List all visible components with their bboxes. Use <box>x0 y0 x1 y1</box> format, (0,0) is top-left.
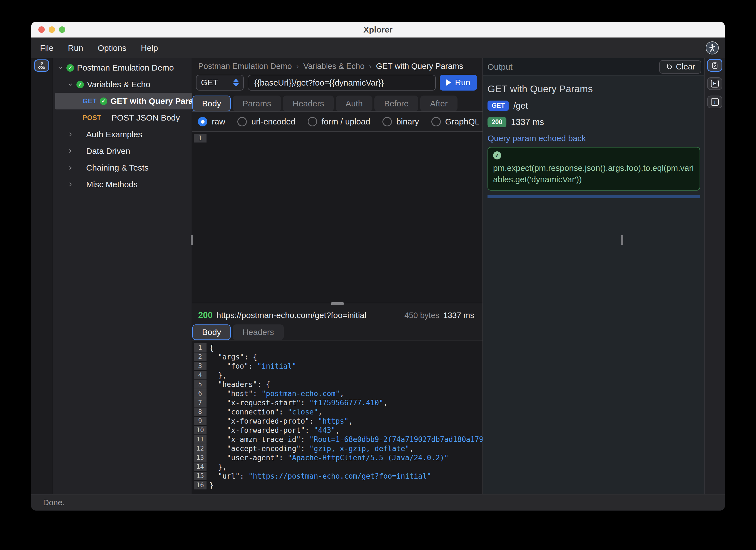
request-tabs: BodyParamsHeadersAuthBeforeAfter <box>192 93 483 112</box>
sidebar-splitter-grip[interactable] <box>191 235 193 245</box>
sidebar-item-request[interactable]: GET✓GET with Query Params <box>55 93 192 110</box>
code-line: 7 "x-request-start": "t1759566777.410", <box>192 398 483 407</box>
main-area: ✓Postman Emulation Demo✓Variables & Echo… <box>31 58 725 494</box>
chevron-down-icon[interactable] <box>67 81 74 88</box>
menu-item-options[interactable]: Options <box>98 43 126 53</box>
breadcrumb-segment[interactable]: Postman Emulation Demo <box>198 62 292 71</box>
tab-params[interactable]: Params <box>233 96 281 111</box>
refresh-icon <box>665 63 673 71</box>
sidebar-item-folder[interactable]: Chaining & Tests <box>53 160 192 176</box>
body-mode-graphql[interactable]: GraphQL <box>431 117 479 126</box>
response-size: 450 bytes <box>404 311 439 320</box>
code-text: { <box>209 343 214 352</box>
breadcrumb-segment[interactable]: Variables & Echo <box>303 62 364 71</box>
response-tab-body[interactable]: Body <box>192 324 231 340</box>
body-mode-form-upload[interactable]: form / upload <box>308 117 370 126</box>
breadcrumb-separator-icon: › <box>369 62 372 71</box>
sidebar-item-folder[interactable]: Misc Methods <box>53 176 192 193</box>
line-number: 2 <box>194 352 207 361</box>
code-text: "foo": "initial" <box>209 362 296 370</box>
sidebar-item-label: GET with Query Params <box>110 96 192 106</box>
method-label: GET <box>83 97 98 105</box>
code-line: 10 "x-forwarded-port": "443", <box>192 425 483 435</box>
output-method-row: GET /get <box>488 101 700 111</box>
splitter-grip[interactable] <box>331 302 344 305</box>
test-name-link[interactable]: Query param echoed back <box>488 134 700 143</box>
right-rail: E ↓ <box>705 58 725 494</box>
line-number: 16 <box>194 481 207 489</box>
chevron-right-icon[interactable] <box>67 148 74 155</box>
minimize-window-button[interactable] <box>49 26 55 33</box>
code-line: 5 "headers": { <box>192 380 483 389</box>
download-icon: ↓ <box>711 98 719 106</box>
url-input[interactable]: {{baseUrl}}/get?foo={{dynamicVar}} <box>248 75 436 91</box>
tab-headers[interactable]: Headers <box>283 96 334 111</box>
sidebar-item-folder[interactable]: Auth Examples <box>53 126 192 143</box>
code-line: 13 "user-agent": "Apache-HttpClient/5.5 … <box>192 453 483 462</box>
sidebar-item-folder[interactable]: Data Driven <box>53 143 192 160</box>
response-body[interactable]: 1{2 "args": {3 "foo": "initial"4 },5 "he… <box>192 340 483 494</box>
horizontal-splitter[interactable] <box>192 303 483 306</box>
menu-item-run[interactable]: Run <box>68 43 83 53</box>
import-button[interactable]: ↓ <box>707 96 722 108</box>
run-label: Run <box>455 78 470 87</box>
avatar[interactable] <box>706 41 719 54</box>
sidebar-item-label: Misc Methods <box>86 180 138 189</box>
check-circle-icon: ✓ <box>100 98 107 105</box>
breadcrumb-segment[interactable]: GET with Query Params <box>376 62 463 71</box>
chevron-right-icon[interactable] <box>67 131 74 138</box>
method-stepper-icon[interactable] <box>233 79 239 87</box>
radio-label: url-encoded <box>251 117 295 126</box>
tab-body[interactable]: Body <box>192 96 231 111</box>
body-mode-url-encoded[interactable]: url-encoded <box>237 117 295 126</box>
output-panel: Output Clear GET with Query Params GET /… <box>483 58 705 494</box>
code-text: }, <box>209 463 227 471</box>
sidebar-item-collection[interactable]: ✓Postman Emulation Demo <box>53 59 192 76</box>
assertion-text: pm.expect(pm.response.json().args.foo).t… <box>493 162 695 185</box>
line-number: 1 <box>194 343 207 352</box>
status-badge: 200 <box>488 117 506 127</box>
line-number: 8 <box>194 407 207 416</box>
assertion-result-box: ✓ pm.expect(pm.response.json().args.foo)… <box>488 147 700 191</box>
line-number: 13 <box>194 453 207 462</box>
tab-after[interactable]: After <box>420 96 457 111</box>
close-window-button[interactable] <box>38 26 45 33</box>
environment-panel-button[interactable]: E <box>707 77 722 90</box>
sidebar-tree: ✓Postman Emulation Demo✓Variables & Echo… <box>53 58 192 494</box>
sidebar-item-label: POST JSON Body <box>111 113 180 123</box>
titlebar: Xplorer <box>31 22 725 38</box>
clear-button[interactable]: Clear <box>659 60 701 74</box>
maximize-window-button[interactable] <box>59 26 65 33</box>
code-text: }, <box>209 371 227 379</box>
code-line: 1{ <box>192 343 483 352</box>
code-line: 3 "foo": "initial" <box>192 361 483 370</box>
chevron-down-icon[interactable] <box>57 64 64 71</box>
line-number: 5 <box>194 380 207 389</box>
tab-before[interactable]: Before <box>374 96 418 111</box>
code-line: 12 "accept-encoding": "gzip, x-gzip, def… <box>192 444 483 453</box>
code-text: "host": "postman-echo.com", <box>209 389 344 398</box>
code-line: 15 "url": "https://postman-echo.com/get?… <box>192 471 483 481</box>
request-body-editor[interactable]: 1 <box>192 131 483 303</box>
menu-item-file[interactable]: File <box>40 43 53 53</box>
output-splitter-grip[interactable] <box>621 235 623 245</box>
code-line: 14 }, <box>192 462 483 471</box>
body-mode-raw[interactable]: raw <box>198 117 225 126</box>
sidebar-item-folder[interactable]: ✓Variables & Echo <box>53 76 192 93</box>
output-panel-button[interactable] <box>707 59 722 72</box>
run-button[interactable]: Run <box>440 75 477 91</box>
tab-auth[interactable]: Auth <box>336 96 372 111</box>
collections-tree-button[interactable] <box>34 59 49 72</box>
method-select[interactable]: GET <box>196 75 244 91</box>
request-path: /get <box>513 101 528 111</box>
sidebar-item-label: Chaining & Tests <box>86 163 149 173</box>
menu-item-help[interactable]: Help <box>141 43 158 53</box>
traffic-lights <box>38 22 65 38</box>
body-mode-binary[interactable]: binary <box>382 117 419 126</box>
chevron-right-icon[interactable] <box>67 165 74 171</box>
sidebar-item-request[interactable]: POSTPOST JSON Body <box>53 110 192 126</box>
response-tab-headers[interactable]: Headers <box>233 324 283 340</box>
chevron-right-icon[interactable] <box>67 181 74 188</box>
request-bar: GET {{baseUrl}}/get?foo={{dynamicVar}} R… <box>192 74 483 93</box>
editor-line-number: 1 <box>194 134 207 143</box>
